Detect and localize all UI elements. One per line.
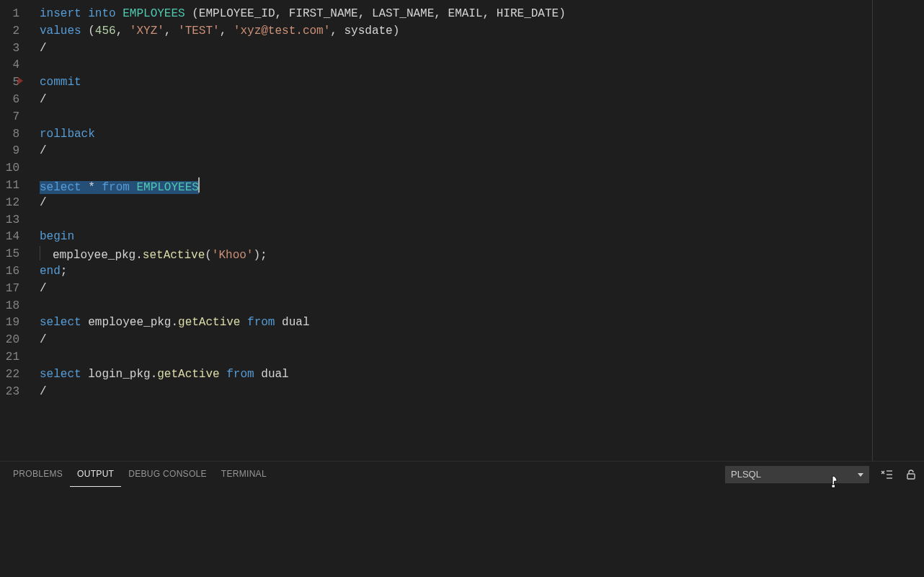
code-token: select <box>40 181 81 194</box>
code-token: insert <box>40 7 81 20</box>
code-token: HIRE_DATE <box>497 7 559 20</box>
line-number: 22 <box>0 366 19 384</box>
code-token: getActive <box>157 368 219 381</box>
bottom-panel: PROBLEMS OUTPUT DEBUG CONSOLE TERMINAL P… <box>0 461 924 577</box>
line-number: 1 <box>0 6 19 23</box>
editor-ruler <box>872 0 873 461</box>
line-number: 11 <box>0 177 19 195</box>
code-token: / <box>40 93 47 106</box>
code-line[interactable]: end; <box>40 263 924 281</box>
line-number-gutter: 1234567891011121314151617181920212223 <box>0 0 32 461</box>
code-token: ) <box>393 25 400 38</box>
code-token <box>240 316 247 329</box>
line-number: 18 <box>0 298 19 315</box>
code-line[interactable] <box>40 349 924 366</box>
code-token: rollback <box>40 128 95 141</box>
code-line[interactable] <box>40 109 924 126</box>
code-token: login_pkg. <box>81 368 158 381</box>
code-token: , <box>358 7 372 20</box>
code-line[interactable]: select employee_pkg.getActive from dual <box>40 314 924 332</box>
code-token: commit <box>40 76 81 89</box>
code-line[interactable]: employee_pkg.setActive('Khoo'); <box>40 246 924 263</box>
tab-terminal[interactable]: TERMINAL <box>214 462 274 487</box>
code-line[interactable]: / <box>40 281 924 298</box>
code-line[interactable]: / <box>40 143 924 160</box>
code-token: EMAIL <box>448 7 483 20</box>
code-token: * <box>81 181 102 194</box>
code-token: , <box>483 7 497 20</box>
code-token: / <box>40 333 47 346</box>
output-channel-dropdown-wrap: PLSQL <box>725 466 869 483</box>
tab-debug-console[interactable]: DEBUG CONSOLE <box>121 462 214 487</box>
svg-rect-5 <box>907 474 915 479</box>
line-number: 21 <box>0 349 19 366</box>
code-line[interactable] <box>40 160 924 177</box>
indent-guide <box>40 246 40 260</box>
code-line[interactable]: rollback <box>40 126 924 144</box>
tab-problems[interactable]: PROBLEMS <box>6 462 70 487</box>
code-token: dual <box>282 316 309 329</box>
code-token: select <box>40 316 81 329</box>
code-token: / <box>40 42 47 55</box>
code-token: EMPLOYEES <box>136 181 198 194</box>
code-token: begin <box>40 230 74 243</box>
code-token: FIRST_NAME <box>289 7 358 20</box>
lock-scroll-icon[interactable] <box>904 467 918 482</box>
code-line[interactable] <box>40 298 924 315</box>
code-token: / <box>40 282 47 295</box>
line-number: 14 <box>0 229 19 246</box>
code-token: 456 <box>95 25 116 38</box>
code-token: 'xyz@test.com' <box>234 25 330 38</box>
line-number: 9 <box>0 143 19 160</box>
code-token: ) <box>559 7 566 20</box>
code-line[interactable] <box>40 57 924 74</box>
code-line[interactable]: / <box>40 92 924 109</box>
output-channel-dropdown[interactable]: PLSQL <box>725 466 869 483</box>
code-line[interactable]: / <box>40 195 924 212</box>
line-number: 2 <box>0 23 19 40</box>
code-token: LAST_NAME <box>372 7 434 20</box>
line-number: 20 <box>0 332 19 349</box>
code-token <box>254 368 262 381</box>
code-token <box>275 316 282 329</box>
code-line[interactable]: / <box>40 384 924 401</box>
code-token: dual <box>261 368 288 381</box>
code-token: getActive <box>178 316 240 329</box>
code-token: ( <box>185 7 199 20</box>
code-line[interactable]: select * from EMPLOYEES <box>40 177 924 195</box>
code-token: ( <box>205 249 212 262</box>
panel-right-tools: PLSQL <box>725 466 918 483</box>
code-token: ( <box>81 25 95 38</box>
code-token: 'Khoo' <box>212 249 254 262</box>
code-line[interactable]: commit <box>40 74 924 92</box>
code-line[interactable]: select login_pkg.getActive from dual <box>40 366 924 384</box>
line-number: 19 <box>0 314 19 332</box>
code-content[interactable]: insert into EMPLOYEES (EMPLOYEE_ID, FIRS… <box>32 0 924 461</box>
code-token: from <box>247 316 275 329</box>
code-line[interactable]: begin <box>40 229 924 246</box>
line-number: 8 <box>0 126 19 144</box>
line-number: 16 <box>0 263 19 281</box>
line-number: 13 <box>0 212 19 229</box>
clear-output-icon[interactable] <box>879 467 894 482</box>
code-line[interactable]: / <box>40 332 924 349</box>
code-line[interactable] <box>40 212 924 229</box>
code-line[interactable]: insert into EMPLOYEES (EMPLOYEE_ID, FIRS… <box>40 6 924 23</box>
text-cursor <box>198 177 200 193</box>
code-line[interactable]: / <box>40 40 924 58</box>
code-token: , <box>220 25 234 38</box>
code-token: / <box>40 385 47 398</box>
code-line[interactable]: values (456, 'XYZ', 'TEST', 'xyz@test.co… <box>40 23 924 40</box>
code-token: / <box>40 196 47 209</box>
line-number: 15 <box>0 246 19 263</box>
line-number: 7 <box>0 109 19 126</box>
code-token: EMPLOYEES <box>123 7 185 20</box>
code-token: , <box>275 7 288 20</box>
tab-output[interactable]: OUTPUT <box>70 462 121 487</box>
line-number: 23 <box>0 384 19 401</box>
code-token <box>220 368 227 381</box>
code-token: end <box>40 265 61 278</box>
code-token: 'XYZ' <box>130 25 164 38</box>
code-token: , <box>116 25 130 38</box>
panel-tab-bar: PROBLEMS OUTPUT DEBUG CONSOLE TERMINAL P… <box>0 462 924 487</box>
